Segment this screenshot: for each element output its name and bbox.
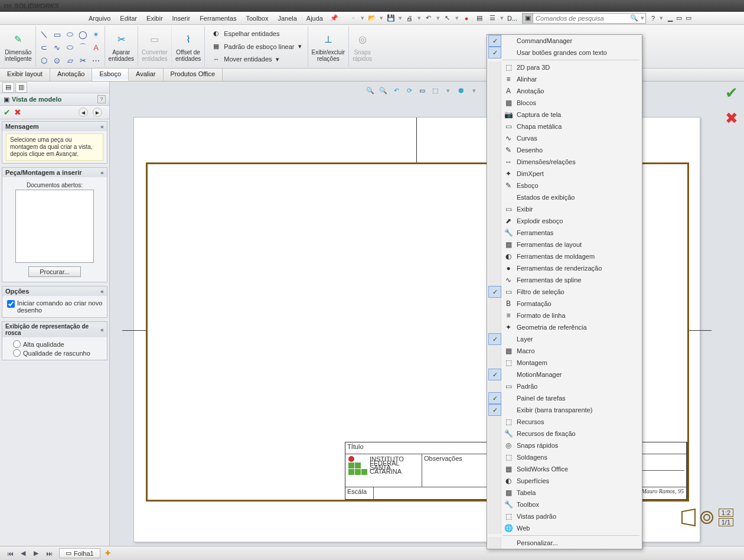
collapse-icon[interactable]: « [100,288,104,295]
ctx-2d-para-3d[interactable]: ⬚2D para 3D [487,61,642,73]
open-icon[interactable]: 📂 [366,13,378,24]
ctx-ferramentas-de-moldagem[interactable]: ◐Ferramentas de moldagem [487,250,642,262]
ribbon-mover[interactable]: ↔Mover entidades▾ [208,53,304,66]
appearance-icon[interactable]: ⬢ [455,84,467,96]
ctx-blocos[interactable]: ▦Blocos [487,97,642,109]
collapse-icon[interactable]: « [100,170,104,176]
rect-icon[interactable]: ▭ [51,28,63,40]
prev-icon[interactable]: ◄ [79,108,88,117]
ctx-macro[interactable]: ▦Macro [487,345,642,357]
collapse-icon[interactable]: « [100,327,104,333]
ctx-toolbox[interactable]: 🔧Toolbox [487,499,642,510]
ribbon-aparar[interactable]: ✂ Aparar entidades [105,26,138,67]
ctx-formata-o[interactable]: BFormatação [487,298,642,310]
ctx-dimens-es-rela-es[interactable]: ↔Dimensões/relações [487,156,642,168]
ctx-exibir-barra-transparente-[interactable]: ✓Exibir (barra transparente) [487,404,642,416]
cancel-icon[interactable]: ✖ [14,108,21,117]
sheet-fwd-icon[interactable]: ▶ [31,549,41,558]
ctx-web[interactable]: 🌐Web [487,522,642,534]
plane-icon[interactable]: ▱ [64,54,76,66]
point-icon[interactable]: ✶ [90,28,102,40]
options-icon[interactable]: ▤ [474,13,485,24]
ctx-chapa-met-lica[interactable]: ▭Chapa metálica [487,121,642,132]
save-icon[interactable]: 💾 [385,13,397,24]
ctx-geometria-de-refer-ncia[interactable]: ✦Geometria de referência [487,321,642,333]
ctx-tabela[interactable]: ▦Tabela [487,487,642,499]
confirm-ok-icon[interactable]: ✔ [725,84,738,102]
ribbon-padrao[interactable]: ▦Padrão de esboço linear▾ [208,40,304,53]
browse-button[interactable]: Procurar... [28,266,81,277]
ctx-recursos[interactable]: ⬚Recursos [487,416,642,428]
ctx-ferramentas-de-spline[interactable]: ∿Ferramentas de spline [487,274,642,286]
panel-help-icon[interactable]: ? [97,95,106,103]
restore-icon[interactable]: ▭ [676,14,682,22]
display-style-icon[interactable]: ▭ [416,84,428,96]
toolbar-context-menu[interactable]: ✓CommandManager ✓Usar botões grandes com… [487,34,642,549]
close-icon[interactable]: ▭ [686,14,691,22]
menu-toolbox[interactable]: Toolbox [241,14,273,23]
sheet-last-icon[interactable]: ⏭ [44,549,54,558]
ctx-soldagens[interactable]: ⬚Soldagens [487,451,642,463]
ribbon-espelhar[interactable]: ◐Espelhar entidades [208,27,304,40]
ctx-usar-botoes[interactable]: ✓Usar botões grandes com texto [487,47,642,58]
text-icon[interactable]: A [90,41,102,53]
drawing-canvas[interactable]: 🔍 🔍 ↶ ⟳ ▭ ⬚ ▾ ⬢ ▾ TÍtulo [110,82,744,546]
ribbon-relacoes[interactable]: ⊥ Exibir/excluir relações [308,26,350,67]
more-icon[interactable]: ⋯ [90,54,102,66]
doc-short[interactable]: D... [505,14,520,23]
fillet-icon[interactable]: ⌒ [77,41,89,53]
sheet-back-icon[interactable]: ◀ [18,549,28,558]
ctx-commandmanager[interactable]: ✓CommandManager [487,35,642,47]
collapse-icon[interactable]: « [100,123,104,130]
trim-icon[interactable]: ✂ [77,54,89,66]
view-orient-icon[interactable]: ⬚ [429,84,441,96]
minimize-icon[interactable]: ▁ [668,14,673,22]
scene-icon[interactable]: ▾ [468,84,480,96]
ctx-montagem[interactable]: ⬚Montagem [487,357,642,369]
search-icon[interactable]: 🔍 [629,14,639,22]
ctx-vistas-padr-o[interactable]: ⬚Vistas padrão [487,510,642,522]
ctx-curvas[interactable]: ∿Curvas [487,132,642,144]
search-box[interactable]: ▣ 🔍▾ [522,13,646,24]
undo-icon[interactable]: ↶ [423,13,435,24]
ctx-dimxpert[interactable]: ✦DimXpert [487,168,642,180]
menu-editar[interactable]: Editar [115,14,142,23]
tab-anotacao[interactable]: Anotação [50,69,92,81]
ctx-superf-cies[interactable]: ◐Superfícies [487,475,642,487]
add-sheet-icon[interactable]: ✚ [103,549,113,558]
ellipse-icon[interactable]: ⬭ [64,41,76,53]
ctx-filtro-de-sele-o[interactable]: ✓▭Filtro de seleção [487,286,642,298]
ok-icon[interactable]: ✔ [4,108,11,117]
section-view-icon[interactable]: ⟳ [403,84,415,96]
line-icon[interactable]: ＼ [38,28,50,40]
slot-icon[interactable]: ⬭ [64,28,76,40]
pin-icon[interactable]: 📌 [328,13,340,24]
menu-ferramentas[interactable]: Ferramentas [195,14,241,23]
ctx-snaps-r-pidos[interactable]: ◎Snaps rápidos [487,439,642,451]
ctx-alinhar[interactable]: ≡Alinhar [487,73,642,85]
ribbon-offset[interactable]: ⌇ Offset de entidades [172,26,205,67]
ctx-exibir[interactable]: ▭Exibir [487,203,642,215]
sheet-tab[interactable]: ▭Folha1 [59,548,100,558]
ctx-desenho[interactable]: ✎Desenho [487,144,642,156]
settings-icon[interactable]: ☰ [487,13,498,24]
menu-ajuda[interactable]: Ajuda [302,14,328,23]
radio-rascunho[interactable]: Qualidade de rascunho [6,349,103,357]
ctx-explodir-esbo-o[interactable]: ⬈Explodir esboço [487,215,642,227]
menu-arquivo[interactable]: Arquivo [84,14,115,23]
sheet-prev-icon[interactable]: ⏮ [5,549,15,558]
menu-inserir[interactable]: Inserir [168,14,195,23]
ctx-formato-de-linha[interactable]: ≡Formato de linha [487,310,642,321]
menu-exibir[interactable]: Exibir [142,14,168,23]
ctx-ferramentas-de-renderiza-o[interactable]: ●Ferramentas de renderização [487,262,642,274]
new-icon[interactable]: ▫️ [347,13,359,24]
radio-alta[interactable]: Alta qualidade [6,340,103,349]
rebuild-icon[interactable]: ● [461,13,472,24]
confirm-cancel-icon[interactable]: ✖ [725,109,738,128]
select-icon[interactable]: ↖ [442,13,453,24]
tab-esboco[interactable]: Esboço [92,69,129,81]
next-icon[interactable]: ► [93,108,102,117]
ctx-estados-de-exibi-o[interactable]: Estados de exibição [487,191,642,203]
ctx-motionmanager[interactable]: ✓MotionManager [487,369,642,380]
circle-icon[interactable]: ◯ [77,28,89,40]
